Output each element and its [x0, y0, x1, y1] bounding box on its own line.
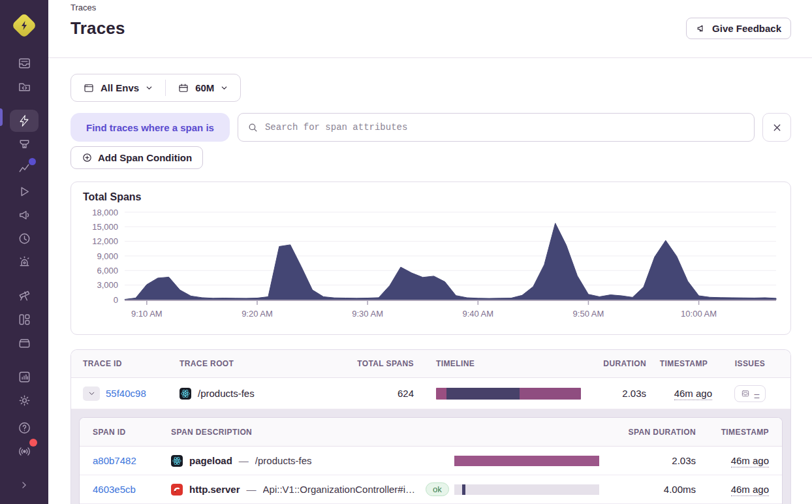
span-id-link[interactable]: 4603e5cb	[93, 484, 136, 495]
svg-text:18,000: 18,000	[92, 208, 118, 217]
col-trace-id: Trace ID	[83, 359, 180, 368]
svg-text:15,000: 15,000	[92, 222, 118, 232]
sidebar-item-replays[interactable]	[10, 180, 39, 202]
trace-id-link[interactable]: 55f40c98	[106, 388, 146, 399]
span-id-link[interactable]: a80b7482	[93, 455, 136, 466]
trace-issues-button[interactable]: –	[734, 385, 766, 402]
sidebar-item-stats[interactable]	[10, 366, 39, 388]
span-timestamp: 46m ago	[731, 484, 769, 496]
breadcrumb[interactable]: Traces	[70, 3, 791, 12]
col-span-timestamp: Timestamp	[696, 428, 769, 437]
svg-text:12,000: 12,000	[92, 236, 118, 246]
chart-title: Total Spans	[83, 191, 779, 203]
col-span-duration: Span Duration	[599, 428, 696, 437]
span-row: 4603e5cb http.server — Api::V1::Organiza…	[80, 475, 782, 504]
span-op: pageload	[189, 455, 232, 466]
time-period-filter-button[interactable]: 60M	[166, 74, 240, 101]
span-duration: 4.00ms	[599, 484, 696, 495]
calendar-icon	[178, 82, 189, 94]
span-duration-bar	[454, 456, 599, 466]
react-icon	[180, 388, 191, 400]
page-title: Traces	[70, 18, 125, 39]
app-window: Traces Traces Give Feedback All Envs	[0, 0, 812, 504]
help-icon[interactable]	[10, 417, 39, 439]
expand-trace-toggle[interactable]	[83, 386, 100, 401]
sidebar-item-performance[interactable]	[10, 157, 39, 179]
chevron-down-icon	[220, 84, 228, 92]
svg-text:0: 0	[114, 295, 118, 305]
spans-table-header: Span ID Span Description Span Duration T…	[80, 418, 782, 447]
expanded-trace-panel: Span ID Span Description Span Duration T…	[71, 409, 790, 504]
col-total-spans: Total Spans	[355, 359, 414, 368]
trace-root-name: /products-fes	[198, 388, 255, 399]
window-icon	[83, 82, 95, 94]
sidebar-item-alerts[interactable]	[10, 251, 39, 273]
sidebar-item-insights[interactable]	[10, 133, 39, 155]
span-description: /products-fes	[255, 455, 312, 466]
add-span-condition-button[interactable]: Add Span Condition	[70, 146, 203, 169]
clear-search-button[interactable]	[762, 113, 791, 142]
total-spans-chart-card: Total Spans 03,0006,0009,00012,00015,000…	[70, 181, 791, 335]
sidebar-item-settings[interactable]	[10, 389, 39, 411]
new-badge-dot	[29, 158, 36, 165]
span-duration-bar	[454, 484, 599, 495]
span-attribute-search[interactable]	[238, 113, 755, 142]
chevron-down-icon	[145, 84, 153, 92]
sidebar-item-explore-traces[interactable]	[10, 110, 39, 132]
svg-text:9:20 AM: 9:20 AM	[242, 309, 273, 319]
trace-timeline-bar	[436, 388, 581, 400]
whats-new-broadcast-icon[interactable]	[10, 440, 39, 462]
give-feedback-button[interactable]: Give Feedback	[686, 18, 791, 39]
spans-table: Span ID Span Description Span Duration T…	[79, 417, 783, 504]
col-span-description: Span Description	[171, 428, 454, 437]
traces-table-header: Trace ID Trace Root Total Spans Timeline…	[71, 350, 790, 378]
col-trace-root: Trace Root	[180, 359, 355, 368]
svg-text:10:00 AM: 10:00 AM	[681, 309, 717, 319]
trace-row: 55f40c98 /products-fes 624 2.03s 46m ago	[71, 378, 790, 409]
col-timeline: Timeline	[436, 359, 581, 368]
svg-text:3,000: 3,000	[97, 280, 118, 290]
sidebar-collapse-button[interactable]	[10, 474, 39, 496]
ruby-icon	[171, 484, 183, 496]
col-timestamp: Timestamp	[646, 359, 721, 368]
notification-dot	[29, 439, 37, 447]
svg-text:9,000: 9,000	[97, 251, 118, 261]
svg-text:9:50 AM: 9:50 AM	[573, 309, 604, 319]
react-icon	[171, 455, 183, 467]
span-row: a80b7482 pageload — /products-fes 2.03s …	[80, 447, 782, 475]
close-icon	[772, 122, 783, 133]
sidebar-item-feedback[interactable]	[10, 204, 39, 226]
sidebar-item-discover[interactable]	[10, 285, 39, 307]
trace-timestamp: 46m ago	[674, 388, 712, 400]
svg-text:9:40 AM: 9:40 AM	[462, 309, 493, 319]
traces-table: Trace ID Trace Root Total Spans Timeline…	[70, 349, 791, 504]
span-duration: 2.03s	[599, 455, 696, 466]
col-issues: Issues	[721, 359, 779, 368]
svg-text:9:30 AM: 9:30 AM	[352, 309, 383, 319]
svg-text:9:10 AM: 9:10 AM	[131, 309, 163, 319]
sidebar-item-releases[interactable]	[10, 332, 39, 354]
search-input[interactable]	[265, 122, 745, 133]
sidebar	[0, 0, 48, 504]
sidebar-item-crons[interactable]	[10, 227, 39, 249]
plus-circle-icon	[82, 152, 93, 163]
trace-duration: 2.03s	[581, 388, 646, 399]
page-header: Traces Traces Give Feedback	[48, 0, 812, 58]
col-span-id: Span ID	[93, 428, 171, 437]
svg-text:6,000: 6,000	[97, 266, 118, 276]
environment-filter-button[interactable]: All Envs	[71, 74, 165, 101]
span-description: Api::V1::OrganizationController#i…	[263, 484, 415, 495]
sidebar-item-projects[interactable]	[10, 76, 39, 98]
col-duration: Duration	[581, 359, 646, 368]
search-icon	[247, 122, 258, 133]
span-status-badge: ok	[426, 482, 449, 496]
query-pill-label: Find traces where a span is	[70, 113, 230, 142]
span-timestamp: 46m ago	[731, 455, 769, 467]
sentry-logo[interactable]	[12, 13, 37, 38]
megaphone-icon	[696, 23, 707, 34]
sidebar-item-issues[interactable]	[10, 52, 39, 74]
issues-icon	[741, 389, 750, 398]
total-spans-area-chart: 03,0006,0009,00012,00015,00018,0009:10 A…	[83, 204, 779, 330]
sidebar-item-dashboards[interactable]	[10, 308, 39, 330]
total-spans-value: 624	[355, 388, 414, 399]
